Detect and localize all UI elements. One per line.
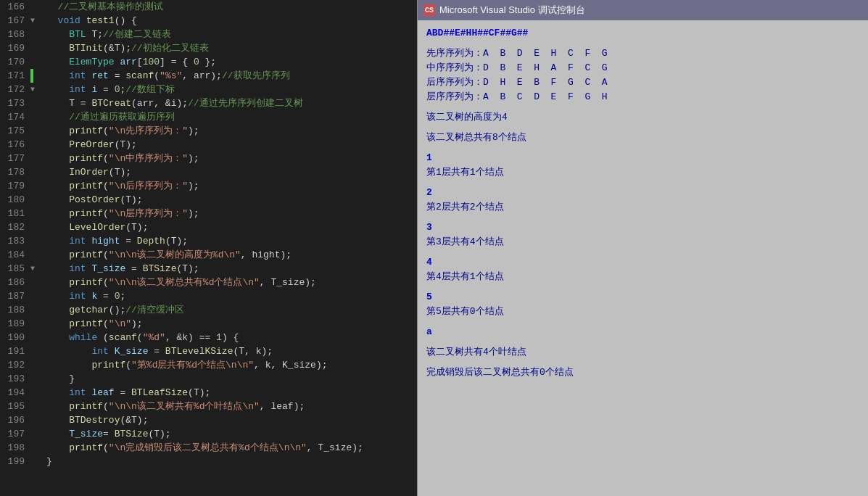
code-line-180: PostOrder(T); [46, 193, 417, 207]
code-line-199: } [46, 455, 417, 468]
code-line-169: BTInit(&T);//初始化二叉链表 [46, 41, 417, 55]
console-output-level1: 第1层共有1个结点 [426, 165, 859, 180]
console-output-height: 该二叉树的高度为4 [426, 110, 859, 125]
code-line-166: //二叉树基本操作的测试 [46, 0, 417, 14]
code-line-176: PreOrder(T); [46, 138, 417, 152]
code-editor: 166 167 168 169 170 171 172 173 174 175 … [0, 0, 417, 496]
console-output-postorder: 后序序列为：D H E B F G C A [426, 75, 859, 90]
code-line-168: BTL T;//创建二叉链表 [46, 28, 417, 41]
code-line-171: int ret = scanf("%s", arr);//获取先序序列 [46, 69, 417, 83]
console-input-a: a [426, 325, 859, 339]
code-line-181: printf("\n层序序列为："); [46, 207, 417, 220]
collapse-icon-167[interactable]: ▼ [30, 14, 35, 28]
code-line-175: printf("\n先序序列为："); [46, 124, 417, 138]
code-line-198: printf("\n完成销毁后该二叉树总共有%d个结点\n\n", T_size… [46, 441, 417, 455]
console-header: CS Microsoft Visual Studio 调试控制台 [418, 0, 868, 20]
console-output-inorder: 中序序列为：D B E H A F C G [426, 61, 859, 75]
console-input-2: 2 [426, 186, 859, 200]
code-line-197: T_size= BTSize(T); [46, 427, 417, 441]
console-input-4: 4 [426, 255, 859, 270]
code-line-172: int i = 0;//数组下标 [46, 83, 417, 96]
console-output-leaf: 该二叉树共有4个叶结点 [426, 345, 859, 360]
code-line-173: T = BTCreat(arr, &i);//通过先序序列创建二叉树 [46, 96, 417, 110]
code-line-185: int T_size = BTSize(T); [46, 262, 417, 276]
visual-studio-icon: CS [423, 4, 435, 16]
code-lines: //二叉树基本操作的测试 void test1() { BTL T;//创建二叉… [44, 0, 417, 496]
console-output-level2: 第2层共有2个结点 [426, 200, 859, 215]
console-title: Microsoft Visual Studio 调试控制台 [439, 4, 585, 17]
code-line-167: void test1() { [46, 14, 417, 28]
code-line-184: printf("\n\n该二叉树的高度为%d\n", hight); [46, 248, 417, 262]
green-indicator-171 [30, 69, 33, 83]
code-line-186: printf("\n\n该二叉树总共有%d个结点\n", T_size); [46, 276, 417, 289]
console-input: ABD##E#HH##CF##G## [426, 26, 859, 41]
code-line-179: printf("\n后序序列为："); [46, 179, 417, 193]
console-output-total: 该二叉树总共有8个结点 [426, 131, 859, 145]
code-line-177: printf("\n中序序列为："); [46, 152, 417, 165]
code-line-183: int hight = Depth(T); [46, 234, 417, 248]
console-output-destroy: 完成销毁后该二叉树总共有0个结点 [426, 365, 859, 380]
console-output-level3: 第3层共有4个结点 [426, 235, 859, 249]
code-line-194: int leaf = BTLeafSize(T); [46, 386, 417, 400]
collapse-icon-173[interactable]: ▼ [30, 83, 35, 96]
console-input-1: 1 [426, 151, 859, 165]
code-line-190: while (scanf("%d", &k) == 1) { [46, 331, 417, 344]
gutter: ▼ ▼ ▼ [30, 0, 44, 496]
code-line-192: printf("第%d层共有%d个结点\n\n", k, K_size); [46, 358, 417, 372]
code-line-188: getchar();//清空缓冲区 [46, 303, 417, 317]
code-line-195: printf("\n\n该二叉树共有%d个叶结点\n", leaf); [46, 400, 417, 413]
code-line-182: LevelOrder(T); [46, 220, 417, 234]
console-output-level4: 第4层共有1个结点 [426, 270, 859, 284]
console-input-5: 5 [426, 290, 859, 305]
code-line-187: int k = 0; [46, 289, 417, 303]
collapse-icon-190[interactable]: ▼ [30, 262, 35, 276]
console-input-3: 3 [426, 220, 859, 235]
code-line-191: int K_size = BTLevelKSize(T, k); [46, 344, 417, 358]
console-body[interactable]: ABD##E#HH##CF##G## 先序序列为：A B D E H C F G… [418, 20, 868, 496]
console-panel: CS Microsoft Visual Studio 调试控制台 ABD##E#… [417, 0, 868, 496]
line-numbers: 166 167 168 169 170 171 172 173 174 175 … [0, 0, 30, 496]
code-line-193: } [46, 372, 417, 386]
code-line-178: InOrder(T); [46, 165, 417, 179]
code-line-174: //通过遍历获取遍历序列 [46, 110, 417, 124]
console-output-level5: 第5层共有0个结点 [426, 305, 859, 319]
console-output-levelorder: 层序序列为：A B C D E F G H [426, 90, 859, 104]
code-line-189: printf("\n"); [46, 317, 417, 331]
code-line-170: ElemType arr[100] = { 0 }; [46, 55, 417, 69]
code-line-196: BTDestroy(&T); [46, 413, 417, 427]
console-output-preorder: 先序序列为：A B D E H C F G [426, 46, 859, 61]
